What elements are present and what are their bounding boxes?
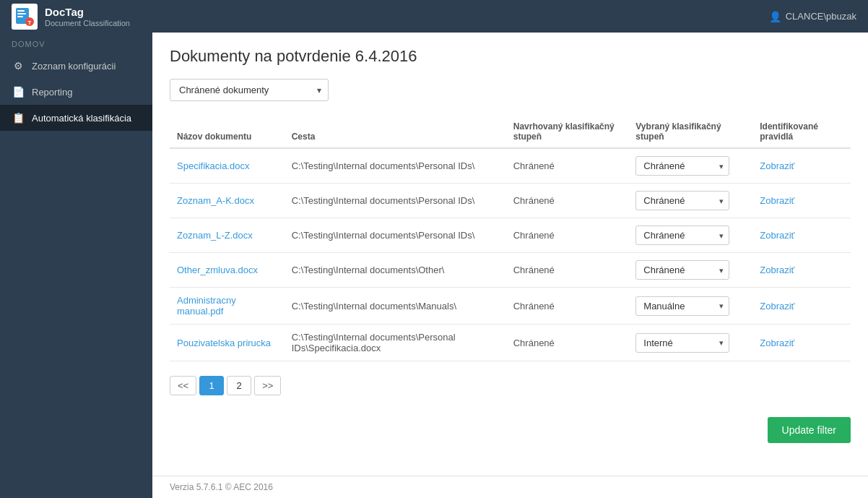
doc-link[interactable]: Pouzivatelska prirucka <box>177 338 271 348</box>
app-branding: T DocTag Document Classification <box>12 4 130 30</box>
doc-name-cell: Pouzivatelska prirucka <box>170 325 285 361</box>
doc-path-cell: C:\Testing\Internal documents\Personal I… <box>285 184 506 218</box>
doc-name-cell: Administracny manual.pdf <box>170 288 285 325</box>
page-2[interactable]: 2 <box>227 376 251 395</box>
doc-link[interactable]: Zoznam_L-Z.docx <box>177 230 253 241</box>
doc-selected-cell: ChránenéManuálneInterné <box>628 325 752 361</box>
classification-select-wrapper[interactable]: ChránenéManuálneInterné <box>635 226 729 245</box>
content-area: Dokumenty na potvrdenie 6.4.2016 Chránen… <box>152 33 868 498</box>
col-header-path: Cesta <box>285 116 506 148</box>
sidebar-item-reporting[interactable]: 📄 Reporting <box>0 79 152 105</box>
doc-path-cell: C:\Testing\Internal documents\Personal I… <box>285 218 506 253</box>
doc-rules-cell: Zobraziť <box>752 325 851 361</box>
classification-select-wrapper[interactable]: ChránenéManuálneInterné <box>635 296 729 316</box>
pagination: << 1 2 >> <box>170 376 851 395</box>
table-row: Zoznam_A-K.docxC:\Testing\Internal docum… <box>170 184 851 218</box>
app-subtitle: Document Classification <box>45 19 130 27</box>
username: CLANCE\pbuzak <box>786 11 856 22</box>
doc-link[interactable]: Zoznam_A-K.docx <box>177 195 254 206</box>
classification-select[interactable]: ChránenéManuálneInterné <box>635 296 729 316</box>
doc-link[interactable]: Administracny manual.pdf <box>177 295 236 317</box>
doc-suggested-cell: Chránené <box>506 325 629 361</box>
show-rules-link[interactable]: Zobraziť <box>760 230 794 241</box>
classification-icon: 📋 <box>12 112 25 124</box>
show-rules-link[interactable]: Zobraziť <box>760 338 794 348</box>
doc-selected-cell: ChránenéManuálneInterné <box>628 148 752 184</box>
table-row: Pouzivatelska priruckaC:\Testing\Interna… <box>170 325 851 361</box>
version-text: Verzia 5.7.6.1 © AEC 2016 <box>170 482 273 492</box>
table-header-row: Názov dokumentu Cesta Navrhovaný klasifi… <box>170 116 851 148</box>
sidebar-section-label: DOMOV <box>0 33 152 53</box>
classification-select-wrapper[interactable]: ChránenéManuálneInterné <box>635 191 729 210</box>
classification-select[interactable]: ChránenéManuálneInterné <box>635 333 729 353</box>
content-inner: Dokumenty na potvrdenie 6.4.2016 Chránen… <box>152 33 868 476</box>
svg-rect-1 <box>17 10 25 12</box>
doc-suggested-cell: Chránené <box>506 184 629 218</box>
doc-name-cell: Specifikacia.docx <box>170 148 285 184</box>
show-rules-link[interactable]: Zobraziť <box>760 160 794 171</box>
doc-path-cell: C:\Testing\Internal documents\Personal I… <box>285 325 506 361</box>
filter-row: Chránené dokumenty Všetky dokumenty Inte… <box>170 79 851 101</box>
doc-rules-cell: Zobraziť <box>752 148 851 184</box>
col-header-suggested: Navrhovaný klasifikačný stupeň <box>506 116 629 148</box>
gear-icon: ⚙ <box>12 60 25 72</box>
doc-suggested-cell: Chránené <box>506 148 629 184</box>
top-header: T DocTag Document Classification 👤 CLANC… <box>0 0 868 33</box>
doc-rules-cell: Zobraziť <box>752 184 851 218</box>
app-title-group: DocTag Document Classification <box>45 6 130 27</box>
app-logo: T <box>12 4 38 30</box>
user-icon: 👤 <box>769 11 781 22</box>
doc-name-cell: Zoznam_A-K.docx <box>170 184 285 218</box>
classification-select-wrapper[interactable]: ChránenéManuálneInterné <box>635 260 729 280</box>
show-rules-link[interactable]: Zobraziť <box>760 195 794 206</box>
doc-path-cell: C:\Testing\Internal documents\Manuals\ <box>285 288 506 325</box>
doc-link[interactable]: Specifikacia.docx <box>177 160 249 171</box>
sidebar-item-auto-classification[interactable]: 📋 Automatická klasifikácia <box>0 105 152 131</box>
sidebar-item-label: Automatická klasifikácia <box>32 113 131 124</box>
doc-suggested-cell: Chránené <box>506 253 629 288</box>
filter-select[interactable]: Chránené dokumenty Všetky dokumenty Inte… <box>170 79 329 101</box>
doc-path-cell: C:\Testing\Internal documents\Personal I… <box>285 148 506 184</box>
col-header-selected: Vybraný klasifikačný stupeň <box>628 116 752 148</box>
filter-select-wrapper[interactable]: Chránené dokumenty Všetky dokumenty Inte… <box>170 79 329 101</box>
table-row: Zoznam_L-Z.docxC:\Testing\Internal docum… <box>170 218 851 253</box>
classification-select[interactable]: ChránenéManuálneInterné <box>635 191 729 210</box>
doc-selected-cell: ChránenéManuálneInterné <box>628 184 752 218</box>
svg-rect-3 <box>17 16 23 17</box>
doc-path-cell: C:\Testing\Internal documents\Other\ <box>285 253 506 288</box>
doc-selected-cell: ChránenéManuálneInterné <box>628 288 752 325</box>
content-footer: Verzia 5.7.6.1 © AEC 2016 <box>152 476 868 498</box>
classification-select-wrapper[interactable]: ChránenéManuálneInterné <box>635 156 729 176</box>
page-title: Dokumenty na potvrdenie 6.4.2016 <box>170 47 851 66</box>
classification-select-wrapper[interactable]: ChránenéManuálneInterné <box>635 333 729 353</box>
classification-select[interactable]: ChránenéManuálneInterné <box>635 156 729 176</box>
doc-suggested-cell: Chránené <box>506 288 629 325</box>
bottom-row: Update filter <box>170 410 851 446</box>
page-1[interactable]: 1 <box>199 376 224 395</box>
sidebar-item-configurations[interactable]: ⚙ Zoznam konfigurácii <box>0 53 152 79</box>
table-row: Other_zmluva.docxC:\Testing\Internal doc… <box>170 253 851 288</box>
table-row: Administracny manual.pdfC:\Testing\Inter… <box>170 288 851 325</box>
classification-select[interactable]: ChránenéManuálneInterné <box>635 260 729 280</box>
doc-selected-cell: ChránenéManuálneInterné <box>628 253 752 288</box>
page-prev-prev[interactable]: << <box>170 376 196 395</box>
col-header-name: Názov dokumentu <box>170 116 285 148</box>
doc-link[interactable]: Other_zmluva.docx <box>177 265 258 275</box>
doc-selected-cell: ChránenéManuálneInterné <box>628 218 752 253</box>
doc-name-cell: Other_zmluva.docx <box>170 253 285 288</box>
classification-select[interactable]: ChránenéManuálneInterné <box>635 226 729 245</box>
table-row: Specifikacia.docxC:\Testing\Internal doc… <box>170 148 851 184</box>
doc-suggested-cell: Chránené <box>506 218 629 253</box>
svg-rect-2 <box>17 13 26 14</box>
show-rules-link[interactable]: Zobraziť <box>760 301 794 312</box>
show-rules-link[interactable]: Zobraziť <box>760 265 794 275</box>
svg-text:T: T <box>28 20 32 26</box>
report-icon: 📄 <box>12 86 25 98</box>
page-next-next[interactable]: >> <box>254 376 281 395</box>
doc-rules-cell: Zobraziť <box>752 288 851 325</box>
doc-name-cell: Zoznam_L-Z.docx <box>170 218 285 253</box>
sidebar-item-label: Zoznam konfigurácii <box>32 61 116 72</box>
doc-rules-cell: Zobraziť <box>752 218 851 253</box>
sidebar: DOMOV ⚙ Zoznam konfigurácii 📄 Reporting … <box>0 33 152 498</box>
update-filter-button[interactable]: Update filter <box>768 417 851 443</box>
